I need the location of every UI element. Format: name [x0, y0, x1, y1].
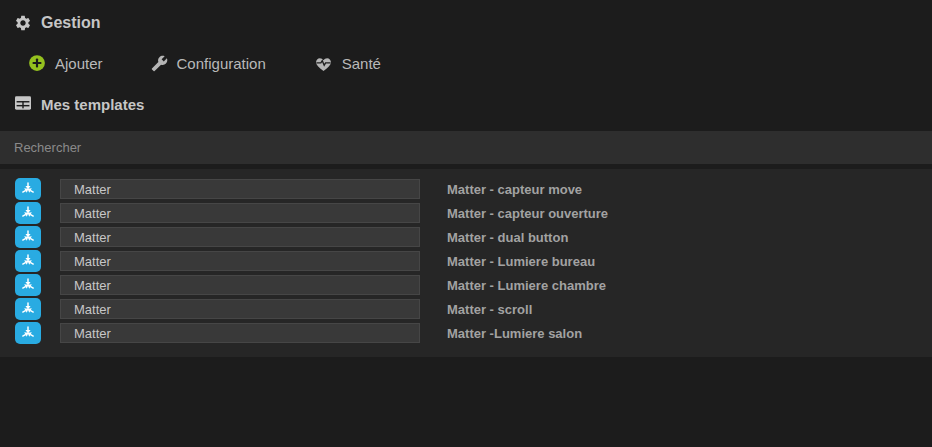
section-title-mes-templates: Mes templates: [0, 95, 932, 114]
template-label: Matter -Lumiere salon: [447, 326, 582, 341]
table-icon: [14, 95, 32, 114]
template-label: Matter - dual button: [447, 230, 568, 245]
template-label: Matter - capteur move: [447, 182, 582, 197]
matter-icon: [15, 250, 41, 272]
wrench-icon: [151, 55, 168, 72]
template-list: Matter - capteur move Matter - capteur o: [0, 169, 932, 357]
template-row: Matter - capteur move: [0, 177, 932, 201]
matter-icon: [15, 202, 41, 224]
menu-item-configuration[interactable]: Configuration: [151, 55, 266, 72]
menu-item-label: Santé: [342, 55, 381, 72]
menu-item-ajouter[interactable]: Ajouter: [28, 54, 103, 72]
template-name-input[interactable]: [60, 227, 420, 247]
menu-item-label: Ajouter: [55, 55, 103, 72]
template-name-input[interactable]: [60, 203, 420, 223]
template-row: Matter - capteur ouverture: [0, 201, 932, 225]
menu-bar: Ajouter Configuration Santé: [0, 53, 932, 73]
template-name-input[interactable]: [60, 179, 420, 199]
plus-circle-icon: [28, 54, 46, 72]
template-label: Matter - Lumiere bureau: [447, 254, 595, 269]
template-label: Matter - scroll: [447, 302, 532, 317]
matter-icon: [15, 226, 41, 248]
template-row: Matter - scroll: [0, 297, 932, 321]
template-row: Matter - Lumiere chambre: [0, 273, 932, 297]
matter-icon: [15, 322, 41, 344]
template-row: Matter - dual button: [0, 225, 932, 249]
template-name-input[interactable]: [60, 299, 420, 319]
template-row: Matter -Lumiere salon: [0, 321, 932, 345]
matter-icon: [15, 274, 41, 296]
search-input[interactable]: [0, 131, 932, 164]
template-name-input[interactable]: [60, 275, 420, 295]
template-label: Matter - Lumiere chambre: [447, 278, 606, 293]
heart-pulse-icon: [314, 55, 333, 72]
menu-item-sante[interactable]: Santé: [314, 55, 381, 72]
section-title-label: Mes templates: [41, 96, 144, 113]
template-name-input[interactable]: [60, 251, 420, 271]
gestion-page: Gestion Ajouter Configuration: [0, 0, 932, 447]
template-row: Matter - Lumiere bureau: [0, 249, 932, 273]
template-label: Matter - capteur ouverture: [447, 206, 608, 221]
matter-icon: [15, 298, 41, 320]
page-title: Gestion: [41, 14, 101, 32]
page-header: Gestion: [0, 0, 932, 32]
matter-icon: [15, 178, 41, 200]
template-name-input[interactable]: [60, 323, 420, 343]
gear-icon: [14, 14, 32, 32]
menu-item-label: Configuration: [177, 55, 266, 72]
